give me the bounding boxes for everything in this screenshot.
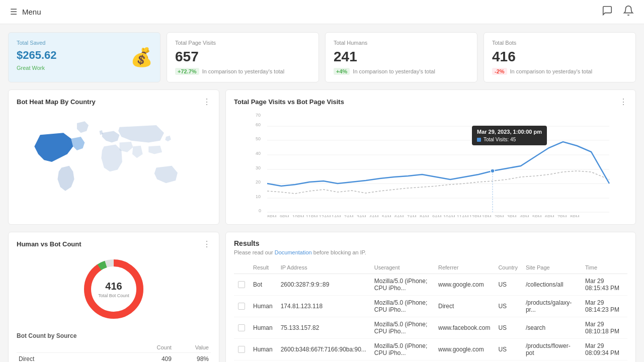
svg-text:12AM: 12AM bbox=[319, 214, 331, 217]
svg-text:30: 30 bbox=[256, 165, 261, 170]
linechart-menu-icon[interactable]: ⋮ bbox=[619, 97, 627, 107]
count-col-header: Count bbox=[134, 342, 174, 353]
svg-text:1AM: 1AM bbox=[332, 214, 341, 217]
row-page: /products/flower-pot bbox=[522, 339, 581, 360]
results-subtitle: Please read our Documentation before blo… bbox=[234, 249, 627, 255]
row-checkbox[interactable] bbox=[234, 339, 249, 360]
kpi-bots-value: 416 bbox=[492, 49, 627, 65]
row-checkbox[interactable] bbox=[234, 317, 249, 339]
row-time: Mar 29 08:09:31 PM bbox=[581, 360, 627, 363]
heatmap-menu-icon[interactable]: ⋮ bbox=[203, 97, 211, 107]
chart-tooltip: Mar 29, 2023, 1:00:00 pm Total Visits: 4… bbox=[472, 126, 547, 145]
svg-text:8PM: 8PM bbox=[570, 214, 580, 217]
source-col-header bbox=[17, 342, 134, 353]
row-useragent: Mozilla/5.0 (iPhone; CPU iPho... bbox=[370, 360, 434, 363]
row-checkbox[interactable] bbox=[234, 274, 249, 296]
row-page: /products/galaxy-pr... bbox=[522, 296, 581, 317]
row-referrer: www.google.com bbox=[434, 274, 494, 296]
world-map-svg bbox=[17, 112, 211, 212]
header: ☰ Menu bbox=[0, 0, 644, 24]
svg-text:11AM: 11AM bbox=[457, 214, 469, 217]
tooltip-date: Mar 29, 2023, 1:00:00 pm bbox=[477, 129, 542, 135]
svg-text:8AM: 8AM bbox=[420, 214, 429, 217]
row-page: /search bbox=[522, 317, 581, 339]
svg-text:6PM: 6PM bbox=[545, 214, 554, 217]
heatmap-header: Bot Heat Map By Country ⋮ bbox=[17, 97, 211, 107]
kpi-humans-badge: +4% bbox=[334, 68, 350, 75]
tooltip-value: Total Visits: 45 bbox=[477, 137, 542, 142]
row-page: /collections/all bbox=[522, 274, 581, 296]
results-doc-link[interactable]: Documentation bbox=[275, 249, 312, 255]
results-table-row: Human 174.81.123.118 Mozilla/5.0 (iPhone… bbox=[234, 296, 627, 317]
kpi-saved-title: Total Saved bbox=[17, 40, 152, 46]
donut-wrapper: 416 Total Bot Count bbox=[78, 254, 149, 324]
row-country: US bbox=[494, 274, 522, 296]
row-referrer: www.google.com bbox=[434, 339, 494, 360]
bot-count-title: Human vs Bot Count bbox=[17, 240, 82, 248]
svg-text:7AM: 7AM bbox=[407, 214, 417, 217]
results-sub-before: Please read our bbox=[234, 249, 275, 255]
menu-icon[interactable]: ☰ bbox=[10, 7, 17, 17]
results-table: Result IP Address Useragent Referrer Cou… bbox=[234, 261, 627, 362]
svg-text:4PM: 4PM bbox=[520, 214, 529, 217]
kpi-bots: Total Bots 416 -2% In comparison to yest… bbox=[484, 32, 636, 82]
results-sub-after: before blocking an IP. bbox=[312, 249, 366, 255]
results-col-ua: Useragent bbox=[370, 261, 434, 274]
header-title: Menu bbox=[22, 8, 41, 16]
kpi-bots-badge: -2% bbox=[492, 68, 507, 75]
row-country: US bbox=[494, 360, 522, 363]
source-name: Direct bbox=[17, 353, 134, 363]
row-time: Mar 29 08:10:18 PM bbox=[581, 317, 627, 339]
kpi-humans: Total Humans 241 +4% In comparison to ye… bbox=[325, 32, 477, 82]
row-result: Human bbox=[249, 339, 277, 360]
results-col-check bbox=[234, 261, 249, 274]
linechart-container: 0 10 20 30 40 50 60 70 bbox=[234, 112, 627, 217]
row-useragent: Mozilla/5.0 (iPhone; CPU iPho... bbox=[370, 274, 434, 296]
row-time: Mar 29 08:09:34 PM bbox=[581, 339, 627, 360]
header-left: ☰ Menu bbox=[10, 7, 41, 17]
charts-row: Bot Heat Map By Country ⋮ bbox=[8, 89, 636, 225]
svg-text:9PM: 9PM bbox=[280, 214, 289, 217]
results-table-row: Bot 2600:3287:9:9::89 Mozilla/5.0 (iPhon… bbox=[234, 274, 627, 296]
row-result: Human bbox=[249, 360, 277, 363]
svg-text:40: 40 bbox=[256, 151, 261, 156]
kpi-bots-title: Total Bots bbox=[492, 40, 627, 46]
svg-text:60: 60 bbox=[256, 122, 261, 127]
row-result: Bot bbox=[249, 274, 277, 296]
row-result: Human bbox=[249, 317, 277, 339]
kpi-visits-note: In comparison to yesterday's total bbox=[202, 68, 285, 74]
results-col-result: Result bbox=[249, 261, 277, 274]
row-page: /products/cozy-blan... bbox=[522, 360, 581, 363]
row-checkbox[interactable] bbox=[234, 360, 249, 363]
kpi-page-visits: Total Page Visits 657 +72.7% In comparis… bbox=[167, 32, 319, 82]
bell-icon[interactable] bbox=[623, 5, 634, 19]
results-table-wrapper[interactable]: Result IP Address Useragent Referrer Cou… bbox=[234, 261, 627, 362]
donut-sub: Total Bot Count bbox=[98, 293, 129, 298]
row-useragent: Mozilla/5.0 (iPhone; CPU iPho... bbox=[370, 317, 434, 339]
svg-text:1PM: 1PM bbox=[482, 214, 492, 217]
kpi-bots-footer: -2% In comparison to yesterday's total bbox=[492, 68, 627, 75]
source-table-title: Bot Count by Source bbox=[17, 332, 211, 339]
row-ip: 2600:3287:9:9::89 bbox=[277, 274, 370, 296]
row-useragent: Mozilla/5.0 (iPhone; CPU iPho... bbox=[370, 339, 434, 360]
svg-text:10PM: 10PM bbox=[292, 214, 304, 217]
bot-count-menu-icon[interactable]: ⋮ bbox=[203, 239, 211, 249]
row-country: US bbox=[494, 339, 522, 360]
svg-text:8PM: 8PM bbox=[267, 214, 277, 217]
row-time: Mar 29 08:14:23 PM bbox=[581, 296, 627, 317]
svg-text:6AM: 6AM bbox=[394, 214, 404, 217]
heatmap-title: Bot Heat Map By Country bbox=[17, 98, 96, 106]
results-table-row: Human 2600:b348:667f:7166:90ba:90... Moz… bbox=[234, 339, 627, 360]
line-chart-svg: 0 10 20 30 40 50 60 70 bbox=[234, 112, 627, 217]
results-col-time: Time bbox=[581, 261, 627, 274]
row-time: Mar 29 08:15:43 PM bbox=[581, 274, 627, 296]
svg-text:11PM: 11PM bbox=[306, 214, 318, 217]
row-country: US bbox=[494, 317, 522, 339]
results-title: Results bbox=[234, 239, 627, 247]
svg-text:50: 50 bbox=[256, 136, 261, 141]
results-col-ref: Referrer bbox=[434, 261, 494, 274]
row-checkbox[interactable] bbox=[234, 296, 249, 317]
chat-icon[interactable] bbox=[602, 5, 613, 19]
svg-text:0: 0 bbox=[259, 208, 261, 213]
kpi-visits-value: 657 bbox=[175, 49, 310, 65]
